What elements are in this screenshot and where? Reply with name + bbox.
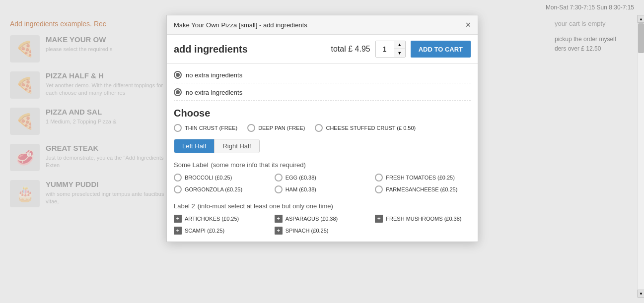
label2-ingredients-grid: + ARTICHOKES (£0.25) + ASPARAGUS (£0.38)… [174,215,471,235]
ingredient-broccoli[interactable]: BROCCOLI (£0.25) [174,174,270,182]
crust-options: THIN CRUST (FREE) DEEP PAN (FREE) CHEESE… [174,124,471,132]
add-ingredient-spinach[interactable]: + SPINACH (£0.25) [275,227,370,235]
radio-egg[interactable] [275,174,283,182]
toolbar-right: total £ 4.95 ▲ ▼ ADD TO CART [331,41,471,58]
radio-ham[interactable] [275,185,283,193]
scroll-up-button[interactable]: ▲ [638,15,644,23]
crust-option-deep[interactable]: DEEP PAN (FREE) [247,124,305,132]
label2-section: Label 2 (info-must select at least one b… [174,200,471,235]
add-ingredient-asparagus[interactable]: + ASPARAGUS (£0.38) [275,215,370,223]
asparagus-label: ASPARAGUS (£0.38) [286,216,338,222]
plus-spinach[interactable]: + [275,227,283,235]
add-to-cart-button[interactable]: ADD TO CART [411,41,471,58]
label2-info: (info-must select at least one but only … [198,202,333,210]
radio-gorgonzola[interactable] [174,185,182,193]
modal-close-button[interactable]: × [465,20,471,29]
choose-section: Choose THIN CRUST (FREE) DEEP PAN (FREE)… [174,108,471,132]
some-label-section: Some Label (some more info that its requ… [174,159,471,193]
label2-title: Label 2 (info-must select at least one b… [174,200,471,211]
radio-parmesancheese[interactable] [375,185,383,193]
add-ingredient-artichokes[interactable]: + ARTICHOKES (£0.25) [174,215,270,223]
modal-toolbar: add ingredients total £ 4.95 ▲ ▼ ADD TO … [167,35,478,64]
cheese-stuffed-label: CHEESE STUFFED CRUST (£ 0.50) [326,125,416,131]
no-extra-label-2: no extra ingredients [186,89,242,96]
half-tabs: Left Half Right Half [174,139,260,153]
some-label-ingredients-grid: BROCCOLI (£0.25) EGG (£0.38) FRESH TOMAT… [174,174,471,193]
tab-right-half[interactable]: Right Half [215,139,259,153]
ingredient-ham[interactable]: HAM (£0.38) [275,185,370,193]
artichokes-label: ARTICHOKES (£0.25) [185,216,239,222]
ingredient-fresh-tomatoes[interactable]: FRESH TOMATOES (£0.25) [375,174,471,182]
scrollbar-thumb[interactable] [638,23,644,53]
parmesancheese-label: PARMESANCHEESE (£0.25) [386,186,457,192]
modal-title: Make Your Own Pizza [small] - add ingred… [174,21,307,29]
radio-button-1[interactable] [174,71,182,79]
ingredient-egg[interactable]: EGG (£0.38) [275,174,370,182]
add-ingredients-modal: Make Your Own Pizza [small] - add ingred… [166,15,478,242]
modal-header: Make Your Own Pizza [small] - add ingred… [167,15,478,35]
crust-option-thin[interactable]: THIN CRUST (FREE) [174,124,237,132]
spinach-label: SPINACH (£0.25) [286,228,329,234]
no-extra-label-1: no extra ingredients [186,71,242,79]
add-ingredients-label: add ingredients [174,44,248,55]
radio-deep-pan[interactable] [247,124,255,132]
tab-left-half[interactable]: Left Half [174,139,215,153]
thin-crust-label: THIN CRUST (FREE) [185,125,237,131]
plus-artichokes[interactable]: + [174,215,182,223]
some-label-info: (some more info that its required) [211,161,305,169]
modal-body: no extra ingredients no extra ingredient… [167,64,478,242]
crust-option-cheese-stuffed[interactable]: CHEESE STUFFED CRUST (£ 0.50) [315,124,416,132]
plus-asparagus[interactable]: + [275,215,283,223]
add-ingredient-fresh-mushrooms[interactable]: + FRESH MUSHROOMS (£0.38) [375,215,471,223]
fresh-mushrooms-label: FRESH MUSHROOMS (£0.38) [386,216,461,222]
qty-up-button[interactable]: ▲ [394,41,405,49]
scrollbar-track: ▲ ▼ [637,15,644,298]
no-extra-row-2[interactable]: no extra ingredients [174,88,471,101]
qty-arrows: ▲ ▼ [394,41,405,57]
quantity-input[interactable] [376,41,394,57]
radio-button-2[interactable] [174,88,182,96]
radio-fresh-tomatoes[interactable] [375,174,383,182]
ham-label: HAM (£0.38) [286,186,316,192]
plus-fresh-mushrooms[interactable]: + [375,215,383,223]
add-ingredient-scampi[interactable]: + SCAMPI (£0.25) [174,227,270,235]
scroll-down-button[interactable]: ▼ [638,290,644,298]
plus-scampi[interactable]: + [174,227,182,235]
some-label-title: Some Label (some more info that its requ… [174,159,471,170]
radio-cheese-stuffed[interactable] [315,124,323,132]
egg-label: EGG (£0.38) [286,175,316,181]
scampi-label: SCAMPI (£0.25) [185,228,224,234]
choose-section-title: Choose [174,108,471,119]
quantity-control: ▲ ▼ [375,41,406,58]
ingredient-gorgonzola[interactable]: GORGONZOLA (£0.25) [174,185,270,193]
fresh-tomatoes-label: FRESH TOMATOES (£0.25) [386,175,455,181]
radio-thin-crust[interactable] [174,124,182,132]
total-price-label: total £ 4.95 [331,45,370,54]
broccoli-label: BROCCOLI (£0.25) [185,175,232,181]
qty-down-button[interactable]: ▼ [394,49,405,57]
deep-pan-label: DEEP PAN (FREE) [258,125,305,131]
gorgonzola-label: GORGONZOLA (£0.25) [185,186,242,192]
no-extra-row-1[interactable]: no extra ingredients [174,71,471,83]
radio-broccoli[interactable] [174,174,182,182]
ingredient-parmesancheese[interactable]: PARMESANCHEESE (£0.25) [375,185,471,193]
